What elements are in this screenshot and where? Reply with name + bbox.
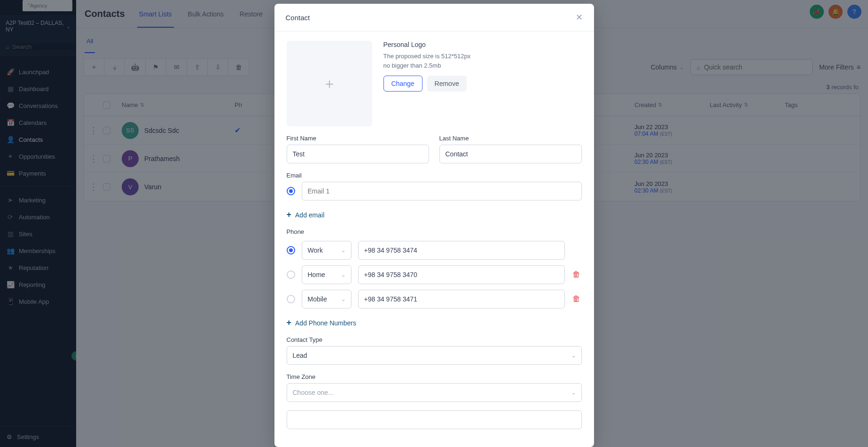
contact-modal: Contact ✕ ＋ Personal Logo The proposed s… — [274, 4, 594, 447]
add-email-link[interactable]: + Add email — [287, 210, 582, 220]
logo-section: ＋ Personal Logo The proposed size is 512… — [287, 41, 582, 126]
first-name-label: First Name — [287, 135, 429, 142]
phone-type-select[interactable]: Work⌄ — [302, 241, 352, 260]
logo-desc-1: The proposed size is 512*512px — [383, 52, 471, 61]
change-logo-button[interactable]: Change — [383, 76, 422, 92]
email-input[interactable] — [302, 182, 582, 200]
timezone-select[interactable]: Choose one... ⌄ — [287, 383, 582, 402]
trash-icon[interactable]: 🗑 — [571, 270, 582, 279]
plus-icon: + — [287, 210, 292, 220]
email-primary-radio[interactable] — [287, 187, 295, 195]
phone-number-input[interactable] — [358, 241, 565, 260]
contact-type-label: Contact Type — [287, 336, 582, 343]
phone-primary-radio[interactable] — [287, 295, 295, 303]
chevron-down-icon: ⌄ — [341, 296, 345, 302]
phone-primary-radio[interactable] — [287, 246, 295, 254]
plus-icon: + — [287, 318, 292, 328]
chevron-down-icon: ⌄ — [571, 390, 576, 396]
phone-type-value: Work — [308, 247, 323, 254]
remove-logo-button[interactable]: Remove — [427, 76, 467, 92]
phone-type-select[interactable]: Home⌄ — [302, 265, 352, 284]
contact-type-select[interactable]: Lead ⌄ — [287, 346, 582, 365]
last-name-input[interactable] — [439, 145, 582, 163]
email-label: Email — [287, 172, 582, 179]
logo-desc-2: no bigger than 2.5mb — [383, 62, 471, 70]
modal-title: Contact — [286, 14, 310, 22]
phone-primary-radio[interactable] — [287, 270, 295, 279]
last-name-label: Last Name — [439, 135, 582, 142]
phone-label: Phone — [287, 228, 582, 235]
modal-body: ＋ Personal Logo The proposed size is 512… — [274, 31, 594, 439]
first-name-input[interactable] — [287, 145, 429, 163]
phone-type-value: Mobile — [308, 295, 327, 303]
contact-type-value: Lead — [293, 352, 307, 359]
timezone-label: Time Zone — [287, 373, 582, 380]
modal-header: Contact ✕ — [274, 4, 594, 31]
phone-type-value: Home — [308, 271, 325, 278]
add-phone-link[interactable]: + Add Phone Numbers — [287, 318, 582, 328]
logo-heading: Personal Logo — [383, 41, 471, 48]
timezone-value: Choose one... — [293, 389, 334, 396]
phone-row: Mobile⌄ 🗑 — [287, 290, 582, 308]
phone-row: Home⌄ 🗑 — [287, 265, 582, 284]
trash-icon[interactable]: 🗑 — [571, 294, 582, 304]
chevron-down-icon: ⌄ — [341, 272, 345, 278]
close-icon[interactable]: ✕ — [576, 12, 583, 23]
chevron-down-icon: ⌄ — [341, 247, 345, 254]
phone-type-select[interactable]: Mobile⌄ — [302, 290, 352, 308]
phone-row: Work⌄ — [287, 241, 582, 260]
logo-upload[interactable]: ＋ — [287, 41, 372, 126]
phone-number-input[interactable] — [358, 290, 565, 308]
phone-number-input[interactable] — [358, 265, 565, 284]
chevron-down-icon: ⌄ — [571, 353, 576, 359]
extra-select[interactable] — [287, 410, 582, 429]
